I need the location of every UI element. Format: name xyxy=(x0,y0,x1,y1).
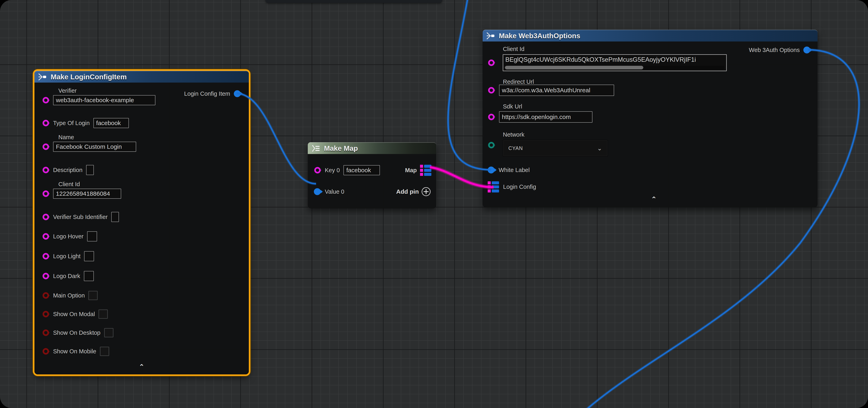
pin-row-logo-dark: Logo Dark xyxy=(34,270,94,282)
pin-label: Description xyxy=(53,167,83,173)
node-header[interactable]: Make LoginConfigItem xyxy=(34,71,249,82)
node-make-web3authoptions[interactable]: Make Web3AuthOptions Web 3Auth Options C… xyxy=(483,30,817,207)
verifier-sub-identifier-input[interactable] xyxy=(111,212,119,222)
show-on-modal-checkbox[interactable] xyxy=(98,309,108,319)
node-title: Make Web3AuthOptions xyxy=(499,32,580,40)
string-input-pin[interactable] xyxy=(42,233,49,240)
pin-row-show-on-modal: Show On Modal xyxy=(34,308,108,320)
pin-row-name xyxy=(34,141,136,152)
string-input-pin[interactable] xyxy=(42,120,49,126)
bool-input-pin[interactable] xyxy=(42,348,49,354)
pin-label: Web 3Auth Options xyxy=(749,47,800,54)
node-title: Make LoginConfigItem xyxy=(51,73,127,81)
string-input-pin[interactable] xyxy=(42,273,49,279)
scrollbar-thumb[interactable] xyxy=(505,66,643,69)
node-header[interactable]: Make Web3AuthOptions xyxy=(483,30,817,41)
network-dropdown[interactable]: CYAN ⌄ xyxy=(503,140,608,157)
description-input[interactable] xyxy=(86,165,94,175)
node-make-map[interactable]: Make Map Key 0 Map Value 0 xyxy=(308,142,436,208)
pin-label: Show On Desktop xyxy=(53,330,100,336)
pin-row-verifier xyxy=(34,94,155,106)
pin-row-login-config-item-out: Login Config Item xyxy=(184,88,241,100)
bool-input-pin[interactable] xyxy=(42,330,49,336)
pin-label: Logo Hover xyxy=(53,233,84,240)
pin-label: Main Option xyxy=(53,292,85,299)
graph-canvas[interactable]: Make LoginConfigItem Login Config Item V… xyxy=(0,0,868,408)
pin-row-value0: Value 0 xyxy=(308,186,344,198)
map-output-pin[interactable] xyxy=(420,165,431,176)
pin-label: Login Config Item xyxy=(184,91,230,97)
string-input-pin[interactable] xyxy=(42,167,49,173)
pin-row-white-label: White Label xyxy=(483,164,530,176)
show-on-mobile-checkbox[interactable] xyxy=(100,347,109,356)
field-label-client-id: Client Id xyxy=(503,46,524,53)
pin-row-login-config: Login Config xyxy=(483,181,536,193)
pin-row-show-on-desktop: Show On Desktop xyxy=(34,327,114,339)
blueprint-editor: Make LoginConfigItem Login Config Item V… xyxy=(0,0,868,408)
field-label-name: Name xyxy=(58,134,74,141)
add-pin-button[interactable]: Add pin xyxy=(396,186,431,198)
string-input-pin[interactable] xyxy=(488,114,495,120)
dropdown-chevron-icon: ⌄ xyxy=(597,145,602,152)
node-make-loginconfigitem[interactable]: Make LoginConfigItem Login Config Item V… xyxy=(34,71,249,374)
node-header[interactable]: Make Map xyxy=(308,142,436,154)
string-input-pin[interactable] xyxy=(488,87,495,94)
logo-dark-input[interactable] xyxy=(84,271,94,281)
struct-input-pin[interactable] xyxy=(488,167,495,173)
make-struct-icon xyxy=(38,73,48,81)
make-struct-icon xyxy=(486,32,496,40)
pin-label: Key 0 xyxy=(325,167,340,174)
make-map-icon xyxy=(311,144,321,152)
string-input-pin[interactable] xyxy=(42,97,49,103)
network-selected-value: CYAN xyxy=(508,145,523,151)
type-of-login-input[interactable] xyxy=(93,118,129,128)
pin-row-client-id xyxy=(34,188,121,200)
pin-row-network xyxy=(483,139,495,151)
struct-output-pin[interactable] xyxy=(803,46,810,54)
pin-row-key0: Key 0 xyxy=(308,164,380,176)
add-pin-icon xyxy=(422,187,431,196)
horizontal-scrollbar[interactable] xyxy=(505,66,724,69)
chevron-up-icon[interactable]: ⌃ xyxy=(651,197,657,201)
verifier-input[interactable] xyxy=(53,95,155,105)
pin-row-map-out: Map xyxy=(405,164,431,176)
redirect-url-input[interactable] xyxy=(499,84,614,96)
offscreen-node-edge xyxy=(266,0,442,3)
logo-light-input[interactable] xyxy=(84,251,94,261)
pin-row-web3auth-options-out: Web 3Auth Options xyxy=(749,44,810,56)
pin-row-main-option: Main Option xyxy=(34,290,98,301)
struct-input-pin[interactable] xyxy=(314,188,321,195)
struct-output-pin[interactable] xyxy=(234,90,241,97)
field-label-sdk-url: Sdk Url xyxy=(503,103,522,110)
pin-row-sdk-url xyxy=(483,111,592,123)
pin-row-redirect-url xyxy=(483,84,614,96)
client-id-text: BEglQSgt4cUWcj6SKRdu5QkOXTsePmMcusG5EAoy… xyxy=(505,56,725,63)
string-input-pin[interactable] xyxy=(42,191,49,197)
client-id-input[interactable] xyxy=(53,189,121,199)
key0-input[interactable] xyxy=(343,165,380,175)
field-label-verifier: Verifier xyxy=(58,88,76,94)
pin-label: Verifier Sub Identifier xyxy=(53,214,107,220)
sdk-url-input[interactable] xyxy=(499,111,592,123)
string-input-pin[interactable] xyxy=(42,214,49,220)
pin-label: Value 0 xyxy=(325,189,344,195)
chevron-up-icon[interactable]: ⌃ xyxy=(139,365,145,369)
bool-input-pin[interactable] xyxy=(42,311,49,317)
enum-input-pin[interactable] xyxy=(488,142,495,148)
pin-row-client-id xyxy=(483,57,495,69)
client-id-input[interactable]: BEglQSgt4cUWcj6SKRdu5QkOXTsePmMcusG5EAoy… xyxy=(503,54,727,71)
string-input-pin[interactable] xyxy=(42,143,49,150)
show-on-desktop-checkbox[interactable] xyxy=(104,328,114,337)
map-input-pin[interactable] xyxy=(488,181,499,193)
string-input-pin[interactable] xyxy=(314,167,321,173)
name-input[interactable] xyxy=(53,142,136,152)
string-input-pin[interactable] xyxy=(42,253,49,260)
field-label-client-id: Client Id xyxy=(58,181,80,188)
viewport-frame: Make LoginConfigItem Login Config Item V… xyxy=(0,0,868,408)
bool-input-pin[interactable] xyxy=(42,292,49,299)
pin-label: Logo Light xyxy=(53,253,81,260)
main-option-checkbox[interactable] xyxy=(88,291,98,300)
string-input-pin[interactable] xyxy=(488,60,495,66)
logo-hover-input[interactable] xyxy=(87,231,97,241)
pin-label: Map xyxy=(405,167,417,174)
